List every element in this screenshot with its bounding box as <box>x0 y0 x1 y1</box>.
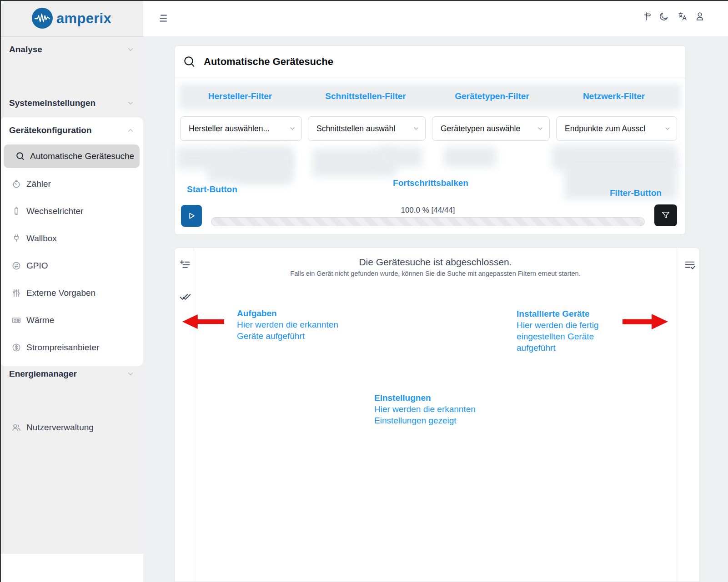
select-value: Gerätetypen auswähle <box>441 124 520 134</box>
sidebar-footer <box>0 554 143 582</box>
schnittstellen-select[interactable]: Schnittstellen auswähl <box>308 116 426 141</box>
price-circle-icon <box>11 343 21 353</box>
geraetetypen-select[interactable]: Gerätetypen auswähle <box>432 116 550 141</box>
sidebar-item-wechselrichter[interactable]: Wechselrichter <box>0 203 143 219</box>
blurred-region <box>237 150 291 183</box>
annotation-hersteller-filter: Hersteller-Filter <box>208 91 272 101</box>
sidebar-item-waerme[interactable]: Wärme <box>0 312 143 328</box>
brand-logo-waveform-icon <box>32 8 53 29</box>
sidebar-item-label: Wärme <box>26 315 54 325</box>
endpunkte-select[interactable]: Endpunkte zum Ausscl <box>556 116 677 141</box>
sidebar-item-label: Wechselrichter <box>26 206 83 216</box>
menu-icon[interactable] <box>158 12 170 24</box>
progress-label: 100.0 % [44/44] <box>211 206 645 215</box>
user-icon[interactable] <box>694 11 705 22</box>
select-value: Schnittstellen auswähl <box>316 124 395 134</box>
sidebar-item-label: Zähler <box>26 179 51 189</box>
page-title: Automatische Gerätesuche <box>204 56 333 68</box>
sidebar-item-label: Nutzerverwaltung <box>26 423 94 433</box>
sidebar-item-label: GPIO <box>26 261 48 271</box>
double-check-icon[interactable] <box>178 289 192 303</box>
sidebar-item-gpio[interactable]: GPIO <box>0 258 143 274</box>
arrow-right-icon <box>623 313 669 330</box>
tasks-column-divider <box>194 248 194 582</box>
annotation-einstellungen: Einstellugnen Hier werden die erkannten … <box>374 392 492 426</box>
search-results-card: Die Gerätesuche ist abgeschlossen. Falls… <box>174 248 700 582</box>
start-search-button[interactable] <box>181 205 202 227</box>
translate-icon[interactable] <box>677 11 688 22</box>
sidebar-item-label: Automatische Gerätesuche <box>30 151 134 161</box>
chevron-up-icon <box>126 126 135 134</box>
blurred-region <box>379 147 422 167</box>
annotation-text: Hier werden die erkannten Geräte aufgefü… <box>237 319 353 342</box>
annotation-title: Installierte Geräte <box>517 308 617 319</box>
meter-icon <box>11 179 21 189</box>
sidebar-section-label: Systemeinstellungen <box>9 98 95 108</box>
annotation-title: Aufgaben <box>237 308 353 319</box>
annotation-schnittstellen-filter: Schnittstellen-Filter <box>325 91 406 101</box>
search-complete-message: Die Gerätesuche ist abgeschlossen. <box>194 257 677 268</box>
filter-button[interactable] <box>654 204 677 226</box>
signpost-icon[interactable] <box>641 11 652 22</box>
sidebar-section-label: Analyse <box>9 45 42 55</box>
annotation-text: Hier werden die fertig eingestellten Ger… <box>517 319 617 353</box>
sidebar-item-label: Externe Vorgaben <box>26 288 95 298</box>
search-icon <box>182 55 197 69</box>
annotation-geraetetypen-filter: Gerätetypen-Filter <box>455 91 529 101</box>
sidebar-logo-divider <box>0 36 143 37</box>
chevron-down-icon <box>412 125 420 132</box>
plug-icon <box>11 234 21 244</box>
card-divider <box>175 78 685 78</box>
sliders-icon <box>11 288 21 298</box>
chevron-down-icon <box>664 125 671 132</box>
sidebar-item-externe-vorgaben[interactable]: Externe Vorgaben <box>0 285 143 301</box>
brand-name: amperix <box>56 10 111 27</box>
chevron-down-icon <box>126 370 135 378</box>
annotation-netzwerk-filter: Netzwerk-Filter <box>583 91 645 101</box>
search-icon <box>15 151 26 162</box>
sidebar-item-nutzerverwaltung[interactable]: Nutzerverwaltung <box>0 419 143 436</box>
arrow-left-icon <box>181 313 224 330</box>
progress-bar <box>211 217 645 226</box>
heat-card-icon <box>11 315 21 325</box>
chevron-down-icon <box>537 125 544 132</box>
sidebar-item-strompreisanbieter[interactable]: Strompreisanbieter <box>0 339 143 356</box>
play-icon <box>186 210 197 222</box>
sidebar-item-zaehler[interactable]: Zähler <box>0 176 143 192</box>
select-value: Endpunkte zum Ausscl <box>565 124 645 134</box>
playlist-add-icon[interactable] <box>178 258 191 271</box>
chevron-down-icon <box>126 99 135 107</box>
funnel-icon <box>660 210 671 221</box>
sidebar-section-analyse[interactable]: Analyse <box>9 45 135 55</box>
annotation-installierte-geraete: Installierte Geräte Hier werden die fert… <box>517 308 617 353</box>
annotation-filter-button: Filter-Button <box>610 188 662 198</box>
search-complete-hint: Falls ein Gerät nicht gefunden wurde, kö… <box>194 270 677 277</box>
installed-column-divider <box>677 248 677 582</box>
annotation-title: Einstellugnen <box>374 392 492 403</box>
topbar <box>143 0 728 36</box>
moon-icon[interactable] <box>658 11 669 22</box>
annotation-start-button: Start-Button <box>187 184 237 194</box>
sidebar-section-label: Energiemanager <box>9 369 77 379</box>
users-icon <box>11 423 21 433</box>
sidebar-item-label: Strompreisanbieter <box>26 343 100 353</box>
sidebar-section-label: Gerätekonfiguration <box>9 125 92 135</box>
blurred-region <box>444 147 496 167</box>
sidebar-section-systemeinstellungen[interactable]: Systemeinstellungen <box>9 98 135 108</box>
sidebar-item-wallbox[interactable]: Wallbox <box>0 230 143 247</box>
hersteller-select[interactable]: Hersteller auswählen... <box>180 116 302 141</box>
inverter-icon <box>11 206 21 216</box>
sidebar-item-automatische-geraetesuche[interactable]: Automatische Gerätesuche <box>4 144 140 168</box>
gpio-swap-icon <box>11 261 21 271</box>
chevron-down-icon <box>289 125 296 132</box>
device-search-card: Automatische Gerätesuche Hersteller-Filt… <box>174 45 686 235</box>
annotation-fortschrittsbalken: Fortschrittsbalken <box>393 178 468 188</box>
sidebar-section-geraetekonfiguration[interactable]: Gerätekonfiguration <box>9 125 135 135</box>
chevron-down-icon <box>126 45 135 54</box>
sidebar-section-energiemanager[interactable]: Energiemanager <box>9 369 135 379</box>
annotation-aufgaben: Aufgaben Hier werden die erkannten Gerät… <box>237 308 353 342</box>
sidebar: amperix Analyse Systemeinstellungen Gerä… <box>0 0 143 582</box>
sidebar-item-label: Wallbox <box>26 234 57 244</box>
list-check-icon[interactable] <box>683 259 696 271</box>
select-value: Hersteller auswählen... <box>189 124 270 134</box>
